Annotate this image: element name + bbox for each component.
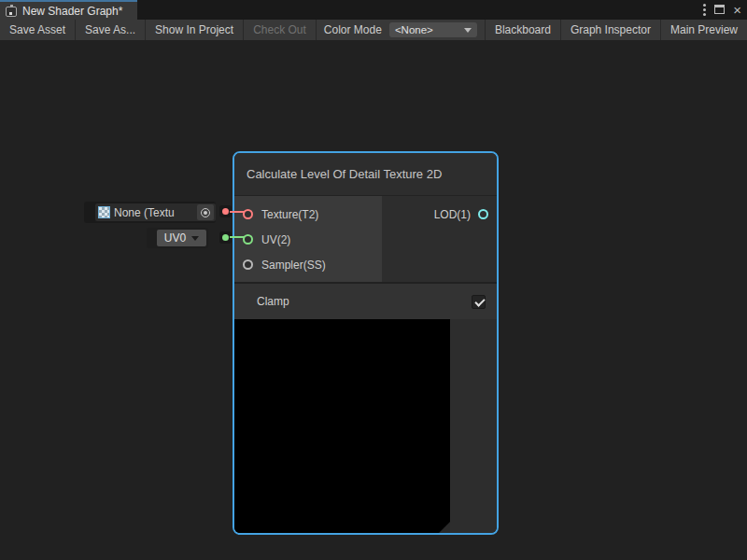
port-row-sampler: Sampler(SS) bbox=[234, 252, 382, 277]
chevron-down-icon bbox=[191, 236, 199, 241]
port-label-lod: LOD(1) bbox=[434, 208, 471, 221]
maximize-icon[interactable] bbox=[714, 5, 725, 14]
check-out-button: Check Out bbox=[244, 20, 317, 40]
tab-title: New Shader Graph* bbox=[22, 5, 122, 18]
chevron-down-icon bbox=[464, 28, 472, 33]
uv-channel-value: UV0 bbox=[164, 231, 186, 245]
port-row-uv: UV(2) bbox=[234, 227, 382, 252]
output-ports-column: LOD(1) bbox=[382, 196, 497, 282]
texture-checker-icon bbox=[98, 206, 110, 218]
port-label-texture: Texture(T2) bbox=[261, 208, 318, 221]
color-mode-label: Color Mode bbox=[317, 20, 389, 40]
show-in-project-button[interactable]: Show In Project bbox=[146, 20, 244, 40]
clamp-option-row: Clamp bbox=[234, 282, 497, 319]
color-mode-value: <None> bbox=[395, 24, 433, 35]
color-mode-dropdown[interactable]: <None> bbox=[389, 22, 477, 37]
main-preview-toggle-button[interactable]: Main Preview bbox=[660, 20, 747, 40]
toolbar-right-group: Color Mode <None> Blackboard Graph Inspe… bbox=[317, 20, 747, 40]
uv-channel-dropdown[interactable]: UV0 bbox=[157, 230, 206, 246]
node-preview bbox=[234, 319, 450, 533]
clamp-checkbox[interactable] bbox=[472, 295, 486, 309]
toolbar: Save Asset Save As... Show In Project Ch… bbox=[0, 20, 747, 40]
port-label-sampler: Sampler(SS) bbox=[261, 259, 326, 272]
port-label-uv: UV(2) bbox=[261, 233, 290, 246]
blackboard-toggle-button[interactable]: Blackboard bbox=[485, 20, 560, 40]
port-row-lod: LOD(1) bbox=[382, 202, 497, 227]
node-preview-section bbox=[234, 319, 497, 533]
texture-default-widget: None (Textu bbox=[84, 202, 216, 223]
tab-new-shader-graph[interactable]: New Shader Graph* bbox=[0, 0, 137, 20]
object-picker-icon bbox=[201, 208, 210, 217]
node-header[interactable]: Calculate Level Of Detail Texture 2D bbox=[234, 153, 497, 196]
preview-resize-handle[interactable] bbox=[439, 522, 450, 533]
save-as-button[interactable]: Save As... bbox=[76, 20, 146, 40]
window-controls: × bbox=[703, 0, 741, 19]
node-ports-section: Texture(T2) UV(2) Sampler(SS) LOD(1) bbox=[234, 196, 497, 282]
graph-canvas[interactable]: Calculate Level Of Detail Texture 2D Tex… bbox=[0, 40, 747, 560]
kebab-menu-icon[interactable] bbox=[703, 8, 706, 11]
tab-bar: New Shader Graph* × bbox=[0, 0, 747, 20]
input-port-sampler[interactable] bbox=[243, 259, 253, 270]
node-title: Calculate Level Of Detail Texture 2D bbox=[247, 167, 442, 181]
output-port-lod[interactable] bbox=[478, 209, 488, 219]
input-ports-column: Texture(T2) UV(2) Sampler(SS) bbox=[234, 196, 382, 282]
graph-inspector-toggle-button[interactable]: Graph Inspector bbox=[560, 20, 660, 40]
shader-graph-icon bbox=[6, 7, 17, 17]
texture-object-value: None (Textu bbox=[114, 206, 193, 219]
node-calculate-lod-texture-2d[interactable]: Calculate Level Of Detail Texture 2D Tex… bbox=[233, 151, 499, 535]
port-row-texture: Texture(T2) bbox=[234, 202, 382, 227]
object-picker-button[interactable] bbox=[197, 204, 214, 220]
uv-default-widget: UV0 bbox=[147, 228, 208, 248]
save-asset-button[interactable]: Save Asset bbox=[0, 20, 76, 40]
shader-graph-window: New Shader Graph* × Save Asset Save As..… bbox=[0, 0, 747, 560]
clamp-label: Clamp bbox=[234, 295, 289, 308]
uv-edge-wire[interactable] bbox=[230, 236, 245, 238]
close-icon[interactable]: × bbox=[733, 3, 741, 17]
texture-edge-wire[interactable] bbox=[230, 211, 245, 213]
texture-object-field[interactable]: None (Textu bbox=[95, 203, 216, 221]
